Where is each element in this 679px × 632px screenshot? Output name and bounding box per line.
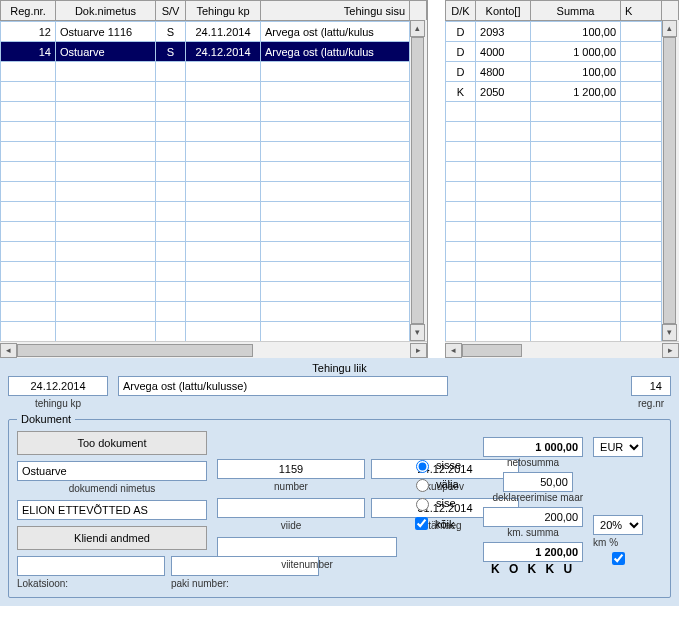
dokument-legend: Dokument <box>17 413 75 425</box>
col-konto[interactable]: Konto[] <box>476 1 531 21</box>
viide-label: viide <box>217 520 365 531</box>
km-summa-input[interactable] <box>483 507 583 527</box>
table-row[interactable] <box>1 102 410 122</box>
dekl-label: deklareerimise maar <box>492 492 583 503</box>
km-pct-label: km % <box>593 537 643 548</box>
kliendi-andmed-button[interactable]: Kliendi andmed <box>17 526 207 550</box>
dekl-maar-input[interactable] <box>503 472 573 492</box>
table-row[interactable] <box>1 242 410 262</box>
table-row[interactable] <box>446 322 662 342</box>
kokku-input[interactable] <box>483 542 583 562</box>
tehingu-kp-label: tehingu kp <box>8 398 108 409</box>
dokument-fieldset: Dokument Too dokument dokumendi nimetus … <box>8 413 671 598</box>
lokatsioon-input[interactable] <box>17 556 165 576</box>
left-vscroll[interactable]: ▴ ▾ <box>410 20 427 341</box>
table-row[interactable] <box>446 102 662 122</box>
section-title: Tehingu liik <box>8 362 671 374</box>
klient-input[interactable] <box>17 500 207 520</box>
table-row[interactable] <box>446 262 662 282</box>
scroll-down-icon[interactable]: ▾ <box>410 324 425 341</box>
reg-nr-display: 14 <box>631 376 671 396</box>
kokku-label: K O K K U <box>491 562 575 576</box>
netosumma-input[interactable] <box>483 437 583 457</box>
table-row[interactable] <box>446 242 662 262</box>
table-row[interactable] <box>1 202 410 222</box>
table-row[interactable] <box>446 282 662 302</box>
radio-sise[interactable]: sise <box>411 495 461 511</box>
viide-input[interactable] <box>217 498 365 518</box>
table-row[interactable]: D4800100,00 <box>446 62 662 82</box>
table-row[interactable] <box>446 142 662 162</box>
table-row[interactable] <box>1 282 410 302</box>
table-row[interactable]: 12Ostuarve 1116S24.11.2014Arvega ost (la… <box>1 22 410 42</box>
scroll-right-icon[interactable]: ▸ <box>662 343 679 358</box>
left-grid-header: Reg.nr. Dok.nimetus S/V Tehingu kp Tehin… <box>0 0 427 21</box>
sisu-input[interactable] <box>118 376 448 396</box>
table-row[interactable] <box>446 302 662 322</box>
scroll-left-icon[interactable]: ◂ <box>445 343 462 358</box>
table-row[interactable]: 14OstuarveS24.12.2014Arvega ost (lattu/k… <box>1 42 410 62</box>
col-tehingusisu[interactable]: Tehingu sisu <box>261 1 410 21</box>
netosumma-label: netosumma <box>507 457 559 468</box>
number-input[interactable] <box>217 459 365 479</box>
table-row[interactable] <box>1 302 410 322</box>
table-row[interactable]: D40001 000,00 <box>446 42 662 62</box>
col-dk[interactable]: D/K <box>446 1 476 21</box>
radio-sisse[interactable]: sisse <box>411 457 461 473</box>
table-row[interactable] <box>1 322 410 342</box>
km-summa-label: km. summa <box>507 527 559 538</box>
right-vscroll[interactable]: ▴ ▾ <box>662 20 679 341</box>
table-row[interactable] <box>1 222 410 242</box>
right-grid-header: D/K Konto[] Summa K <box>445 0 679 21</box>
col-tehingukp[interactable]: Tehingu kp <box>186 1 261 21</box>
viitenumber-input[interactable] <box>217 537 397 557</box>
km-check[interactable] <box>597 552 640 565</box>
table-row[interactable] <box>1 82 410 102</box>
dok-nimetus-label: dokumendi nimetus <box>17 483 207 494</box>
check-koik[interactable]: kõik <box>411 514 461 533</box>
table-row[interactable] <box>1 122 410 142</box>
table-row[interactable] <box>446 162 662 182</box>
tehingu-kp-input[interactable] <box>8 376 108 396</box>
number-label: number <box>217 481 365 492</box>
dok-nimetus-input[interactable] <box>17 461 207 481</box>
table-row[interactable]: D2093100,00 <box>446 22 662 42</box>
too-dokument-button[interactable]: Too dokument <box>17 431 207 455</box>
col-summa[interactable]: Summa <box>531 1 621 21</box>
table-row[interactable] <box>1 162 410 182</box>
viitenumber-label: viitenumber <box>217 559 397 570</box>
scroll-right-icon[interactable]: ▸ <box>410 343 427 358</box>
table-row[interactable] <box>1 182 410 202</box>
col-sv[interactable]: S/V <box>156 1 186 21</box>
radio-valja[interactable]: välja <box>411 476 461 492</box>
lokatsioon-label: Lokatsioon: <box>17 578 165 589</box>
reg-nr-label: reg.nr <box>638 398 664 409</box>
scroll-up-icon[interactable]: ▴ <box>410 20 425 37</box>
right-hscroll[interactable]: ◂ ▸ <box>445 341 679 358</box>
scroll-left-icon[interactable]: ◂ <box>0 343 17 358</box>
table-row[interactable] <box>446 122 662 142</box>
col-regnr[interactable]: Reg.nr. <box>1 1 56 21</box>
currency-select[interactable]: EUR <box>593 437 643 457</box>
left-hscroll[interactable]: ◂ ▸ <box>0 341 427 358</box>
table-row[interactable] <box>1 142 410 162</box>
col-k[interactable]: K <box>621 1 662 21</box>
scroll-up-icon[interactable]: ▴ <box>662 20 677 37</box>
scroll-down-icon[interactable]: ▾ <box>662 324 677 341</box>
col-scroll-spacer <box>410 1 427 21</box>
table-row[interactable] <box>1 262 410 282</box>
col-scroll-spacer-r <box>662 1 679 21</box>
col-doknimetus[interactable]: Dok.nimetus <box>56 1 156 21</box>
table-row[interactable] <box>446 202 662 222</box>
table-row[interactable] <box>446 222 662 242</box>
table-row[interactable] <box>446 182 662 202</box>
paki-label: paki number: <box>171 578 319 589</box>
table-row[interactable] <box>1 62 410 82</box>
table-row[interactable]: K20501 200,00 <box>446 82 662 102</box>
km-pct-select[interactable]: 20% <box>593 515 643 535</box>
